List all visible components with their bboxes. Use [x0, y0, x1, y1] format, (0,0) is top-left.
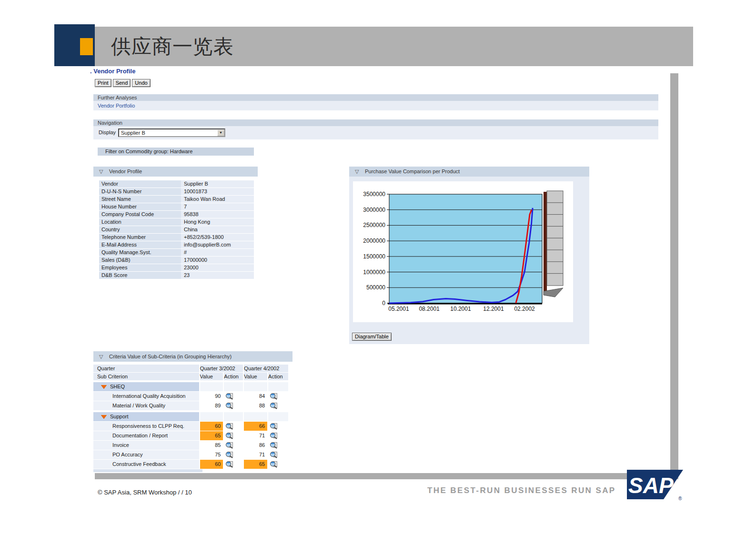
field-label: Country	[99, 226, 181, 233]
criteria-section-header: ▽ Criteria Value of Sub-Criteria (in Gro…	[93, 351, 292, 362]
vendor-profile-section-header: ▽ Vendor Profile	[93, 167, 258, 177]
field-value: 23	[181, 272, 254, 279]
group-collapse-triangle-icon[interactable]	[101, 385, 107, 389]
vendor-profile-row: D-U-N-S Number10001873	[99, 188, 254, 196]
svg-text:®: ®	[678, 496, 682, 501]
magnifier-icon[interactable]	[270, 432, 278, 439]
field-label: Street Name	[99, 196, 181, 203]
vendor-profile-row: House Number7	[99, 203, 254, 211]
magnifier-icon[interactable]	[270, 423, 278, 430]
svg-text:3000000: 3000000	[363, 207, 385, 213]
slide: 供应商一览表 . Vendor Profile Print Send Undo …	[0, 0, 756, 534]
field-value: 95838	[181, 211, 254, 218]
field-value: China	[181, 226, 254, 233]
field-value: Taikoo Wan Road	[181, 196, 254, 203]
magnifier-icon[interactable]	[225, 393, 233, 400]
sub-criterion-label: Material / Work Quality	[93, 401, 200, 410]
q3-value-cell: 60	[200, 422, 224, 431]
navigation-header: Navigation	[93, 119, 658, 126]
q4-action-cell	[268, 441, 288, 450]
display-dropdown[interactable]: Supplier B ▼	[118, 129, 225, 137]
magnifier-icon[interactable]	[270, 393, 278, 400]
vendor-profile-row: Employees23000	[99, 264, 254, 272]
vendor-portfolio-link[interactable]: Vendor Portfolio	[98, 103, 135, 109]
value-column-header: Value	[244, 373, 268, 380]
magnifier-icon[interactable]	[225, 442, 233, 449]
field-label: Location	[99, 218, 181, 226]
collapse-triangle-icon[interactable]: ▽	[99, 351, 103, 362]
q4-action-cell	[268, 450, 288, 459]
magnifier-icon[interactable]	[225, 423, 233, 430]
magnifier-icon[interactable]	[270, 461, 278, 468]
vendor-profile-section-title: Vendor Profile	[109, 168, 142, 174]
magnifier-icon[interactable]	[270, 451, 278, 458]
diagram-table-button[interactable]: Diagram/Table	[352, 333, 392, 341]
field-label: Sales (D&B)	[99, 257, 181, 264]
q4-value-cell: 71	[244, 431, 268, 440]
magnifier-icon[interactable]	[225, 432, 233, 439]
q3-column-header: Quarter 3/2002	[200, 365, 244, 372]
q4-value-cell: 88	[244, 401, 268, 410]
collapse-triangle-icon[interactable]: ▽	[355, 167, 359, 177]
field-value: 17000000	[181, 257, 254, 264]
q4-value-cell: 65	[244, 460, 268, 469]
svg-text:0: 0	[382, 300, 385, 307]
field-value: 7	[181, 203, 254, 210]
magnifier-icon[interactable]	[225, 402, 233, 409]
send-button[interactable]: Send	[113, 79, 131, 87]
print-button[interactable]: Print	[95, 79, 111, 87]
empty-cell	[268, 382, 288, 391]
q3-action-cell	[224, 441, 244, 450]
collapse-triangle-icon[interactable]: ▽	[99, 167, 103, 177]
empty-cell	[200, 412, 224, 421]
group-collapse-triangle-icon[interactable]	[101, 415, 107, 419]
page-title-prefix-dot: .	[90, 68, 92, 75]
field-value: 23000	[181, 264, 254, 271]
screenshot-bottom-shadow	[95, 473, 678, 479]
vendor-profile-row: D&B Score23	[99, 272, 254, 279]
svg-text:05.2001: 05.2001	[388, 306, 409, 312]
field-label: House Number	[99, 203, 181, 210]
magnifier-icon[interactable]	[270, 402, 278, 409]
dropdown-arrow-button[interactable]: ▼	[217, 129, 224, 136]
display-dropdown-value: Supplier B	[121, 130, 145, 136]
copyright-text: © SAP Asia, SRM Workshop / / 10	[98, 489, 192, 496]
criteria-section-title: Criteria Value of Sub-Criteria (in Group…	[109, 354, 232, 359]
q4-value-cell: 86	[244, 441, 268, 450]
purchase-chart-panel: 0500000100000015000002000000250000030000…	[349, 177, 589, 344]
q3-action-cell	[224, 392, 244, 401]
criteria-table: Quarter Quarter 3/2002 Quarter 4/2002 Su…	[93, 365, 288, 472]
chevron-down-icon: ▼	[218, 130, 224, 136]
field-value: Hong Kong	[181, 218, 254, 226]
magnifier-icon[interactable]	[225, 451, 233, 458]
q4-value-cell: 66	[244, 422, 268, 431]
magnifier-icon[interactable]	[225, 461, 233, 468]
undo-button[interactable]: Undo	[132, 79, 150, 87]
empty-cell	[244, 382, 268, 391]
criteria-table-body: SHEQInternational Quality Acquisition908…	[93, 382, 288, 469]
sub-criterion-label: International Quality Acquisition	[93, 392, 200, 401]
page-title: . Vendor Profile	[90, 68, 135, 75]
purchase-chart: 0500000100000015000002000000250000030000…	[353, 181, 573, 322]
navigation-row: Display Supplier B ▼	[93, 126, 658, 139]
svg-text:3500000: 3500000	[363, 191, 385, 198]
q3-action-cell	[224, 401, 244, 410]
toolbar: Print Send Undo	[95, 79, 151, 87]
field-value: info@supplierB.com	[181, 241, 254, 248]
sub-criterion-column-header: Sub Criterion	[93, 373, 200, 380]
sap-logo: SAP ®	[627, 470, 685, 501]
action-column-header: Action	[268, 373, 288, 380]
purchase-chart-svg: 0500000100000015000002000000250000030000…	[353, 181, 573, 322]
svg-text:1000000: 1000000	[363, 269, 385, 276]
criteria-group-cell: Support	[93, 412, 200, 421]
sub-criterion-label: Constructive Feedback	[93, 460, 200, 469]
navigation-label: Navigation	[98, 120, 122, 126]
further-analyses-header: Further Analyses	[93, 94, 658, 101]
magnifier-icon[interactable]	[270, 442, 278, 449]
empty-cell	[244, 412, 268, 421]
q3-action-cell	[224, 460, 244, 469]
page-title-text: Vendor Profile	[93, 68, 135, 75]
field-value: #	[181, 249, 254, 256]
criteria-row: PO Accuracy7571	[93, 450, 288, 460]
criteria-row: Material / Work Quality8988	[93, 401, 288, 411]
